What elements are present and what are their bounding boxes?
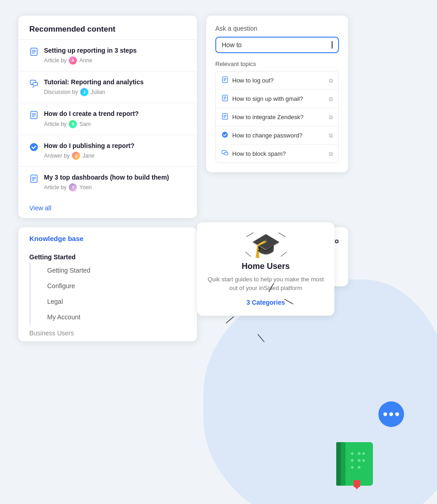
rec-title-item3: How do I create a trend report? <box>44 110 139 118</box>
kb-item-legal[interactable]: Legal <box>29 294 197 309</box>
topic-item-t5[interactable]: How to block spam? ⧉ <box>216 145 339 163</box>
rec-item-item3[interactable]: How do I create a trend report? Article … <box>18 103 197 135</box>
external-link-icon-t3: ⧉ <box>329 114 333 121</box>
kb-plain-business-users[interactable]: Business Users <box>18 325 197 341</box>
home-users-card: 🎓 — — — — Home Users Quik start guides t… <box>197 222 334 316</box>
svg-point-10 <box>362 452 365 455</box>
rec-icon-item1 <box>29 47 38 58</box>
topic-text-t3: How to integrate Zendesk? <box>232 114 303 121</box>
text-cursor <box>332 41 333 49</box>
kb-item-getting-started[interactable]: Getting Started <box>29 263 197 278</box>
book-decoration <box>336 440 377 490</box>
avatar-item5: Y <box>69 183 77 192</box>
external-link-icon-t2: ⧉ <box>329 96 333 102</box>
rec-meta-item5: Article by Y Yoeri <box>44 183 169 192</box>
kb-item-my-account[interactable]: My Account <box>29 309 197 325</box>
rec-item-item1[interactable]: Setting up reporting in 3 steps Article … <box>18 40 197 71</box>
external-link-icon-t4: ⧉ <box>329 132 333 139</box>
avatar-item4: J <box>72 152 80 160</box>
svg-point-9 <box>358 452 361 455</box>
ask-input-wrapper[interactable] <box>215 37 339 53</box>
svg-point-15 <box>358 466 361 469</box>
svg-point-1 <box>383 412 387 416</box>
view-all-link[interactable]: View all <box>18 198 197 218</box>
rec-item-item2[interactable]: Tutorial: Reporting and analytics Discus… <box>18 71 197 103</box>
ask-label: Ask a question <box>215 25 339 32</box>
chat-bubble-decoration <box>375 401 407 431</box>
topic-icon-t1 <box>221 76 229 85</box>
rec-title-item2: Tutorial: Reporting and analytics <box>44 78 144 86</box>
topic-text-t1: How to log out? <box>232 77 273 84</box>
svg-point-11 <box>351 459 354 462</box>
svg-point-13 <box>362 459 365 462</box>
rec-title-item1: Setting up reporting in 3 steps <box>44 46 137 55</box>
topic-item-t3[interactable]: How to integrate Zendesk? ⧉ <box>216 108 339 126</box>
rec-item-item4[interactable]: How do I publishing a report? Answer by … <box>18 135 197 167</box>
topic-text-t2: How to sign up with gmail? <box>232 95 303 102</box>
rec-icon-item5 <box>29 174 38 185</box>
avatar-item2: J <box>80 88 88 96</box>
rec-meta-item4: Answer by J Jane <box>44 152 135 160</box>
svg-point-8 <box>351 452 354 455</box>
avatar-item3: S <box>69 120 77 128</box>
svg-rect-23 <box>33 82 38 86</box>
categories-link[interactable]: 3 Categories <box>246 299 285 306</box>
topic-item-t2[interactable]: How to sign up with gmail? ⧉ <box>216 90 339 108</box>
svg-rect-47 <box>224 152 228 155</box>
svg-point-14 <box>351 466 354 469</box>
ask-question-card: Ask a question Relevant topics How to lo… <box>206 16 348 172</box>
external-link-icon-t5: ⧉ <box>329 151 333 157</box>
recommended-content-card: Recommended content Setting up reporting… <box>18 16 197 218</box>
topic-list: How to log out? ⧉ How to sign up with gm… <box>215 71 339 163</box>
kb-item-configure[interactable]: Configure <box>29 278 197 294</box>
svg-point-12 <box>358 459 361 462</box>
rec-icon-item2 <box>29 79 38 90</box>
graduation-emoji: 🎓 <box>251 233 281 257</box>
rec-item-item5[interactable]: My 3 top dashboards (how to build them) … <box>18 167 197 198</box>
svg-point-45 <box>222 132 228 138</box>
topic-text-t4: How to change password? <box>232 132 302 139</box>
svg-point-2 <box>389 412 393 416</box>
svg-point-28 <box>30 143 38 151</box>
topic-item-t4[interactable]: How to change password? ⧉ <box>216 126 339 145</box>
relevant-topics-label: Relevant topics <box>215 60 339 67</box>
rec-icon-item4 <box>29 142 38 153</box>
ask-input[interactable] <box>222 41 332 49</box>
svg-rect-17 <box>354 480 360 487</box>
home-users-title: Home Users <box>206 262 325 271</box>
knowledge-base-card: Knowledge base Getting Started Getting S… <box>18 227 197 341</box>
avatar-item1: A <box>69 56 77 65</box>
rec-meta-item2: Discussion by J Julian <box>44 88 144 96</box>
topic-item-t1[interactable]: How to log out? ⧉ <box>216 71 339 90</box>
kb-title: Knowledge base <box>29 235 186 242</box>
topic-icon-t4 <box>221 131 229 140</box>
svg-rect-7 <box>336 442 341 486</box>
topic-icon-t2 <box>221 94 229 103</box>
kb-section-getting-started: Getting Started <box>18 250 197 263</box>
rec-meta-item1: Article by A Anne <box>44 56 137 65</box>
topic-text-t5: How to block spam? <box>232 150 286 157</box>
topic-icon-t3 <box>221 113 229 121</box>
rec-meta-item3: Article by S Sam <box>44 120 139 128</box>
rec-title-item4: How do I publishing a report? <box>44 142 135 150</box>
rec-title-item5: My 3 top dashboards (how to build them) <box>44 173 169 181</box>
topic-icon-t5 <box>221 149 229 158</box>
external-link-icon-t1: ⧉ <box>329 77 333 84</box>
svg-point-3 <box>395 412 399 416</box>
recommended-title: Recommended content <box>18 16 197 40</box>
rec-icon-item3 <box>29 110 38 121</box>
